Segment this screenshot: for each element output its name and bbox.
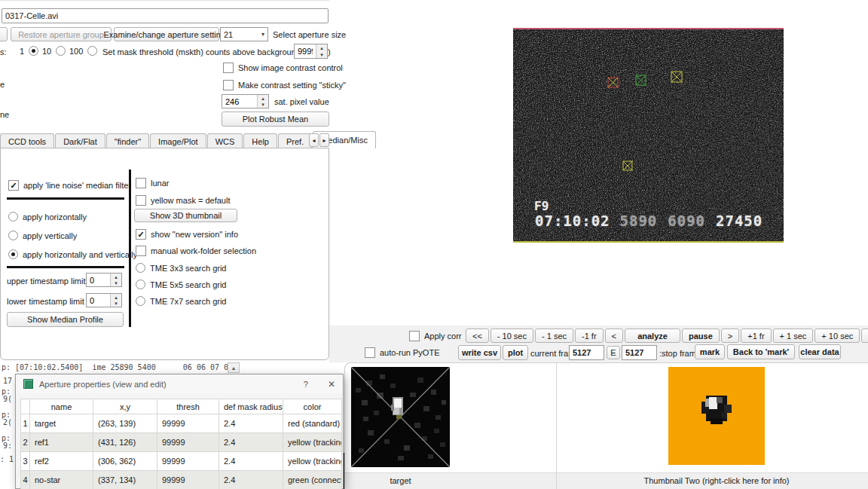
spin-down-icon[interactable]: ▾ [258,102,268,108]
cell-thresh[interactable]: 99999 [157,414,219,433]
cell-name[interactable]: no-star [30,471,93,489]
tab-dark-flat[interactable]: Dark/Flat [55,133,105,148]
col-radius[interactable]: def mask radius [219,399,283,414]
aperture-marker-green[interactable] [635,75,646,86]
cell-thresh[interactable]: 99999 [157,471,219,489]
col-color[interactable]: color [283,399,342,414]
cut-off-button[interactable] [0,27,8,41]
tme-3x3-radio[interactable]: TME 3x3 search grid [136,263,226,273]
new-version-info-checkbox[interactable]: ✓ show "new version" info [136,229,238,240]
spin-up-icon[interactable]: ▴ [316,44,327,51]
spin-buttons[interactable]: ▴▾ [110,274,121,286]
apply-corr-checkbox[interactable]: Apply corr [409,331,462,341]
filename-input[interactable] [2,8,329,23]
show-contrast-checkbox[interactable]: Show image contrast control [223,63,343,73]
apply-horizontally-radio[interactable]: apply horizontally [8,212,87,222]
minus-1-sec-button[interactable]: - 1 sec [535,329,573,343]
upper-timestamp-value[interactable] [87,274,110,286]
contrast-sticky-checkbox[interactable]: Make contrast setting "sticky" [223,80,346,90]
cell-radius[interactable]: 2.4 [219,452,283,471]
cell-xy[interactable]: (337, 134) [93,471,157,489]
spin-buttons[interactable]: ▴▾ [316,44,327,58]
tme-5x5-radio[interactable]: TME 5x5 search grid [136,280,226,289]
mask-radio-10[interactable]: 10 [42,46,66,56]
plot-robust-mean-button[interactable]: Plot Robust Mean [222,112,329,127]
pause-button[interactable]: pause [682,329,720,343]
apply-vertically-radio[interactable]: apply vertically [8,231,77,240]
tab-pref[interactable]: Pref. [278,133,312,148]
show-3d-thumbnail-button[interactable]: Show 3D thumbnail [134,209,237,222]
thumbnail-two-image[interactable] [668,367,765,465]
tab-scroll-right-icon[interactable]: ▸ [319,133,329,147]
table-row[interactable]: 2 ref1 (431, 126) 99999 2.4 yellow (trac… [21,433,342,452]
sat-pixel-spinbox[interactable]: ▴▾ [222,94,269,108]
lower-timestamp-value[interactable] [87,294,110,307]
mark-button[interactable]: mark [695,344,725,359]
cell-color[interactable]: green (connect t... [283,471,342,489]
col-thresh[interactable]: thresh [157,399,219,414]
aperture-size-combobox[interactable]: 21 ▾ [220,27,268,41]
mask-threshold-value[interactable] [295,44,316,58]
help-icon[interactable]: ? [304,380,308,389]
cell-name[interactable]: target [30,414,93,433]
mask-radio-100[interactable]: 100 [69,46,97,56]
cell-xy[interactable]: (263, 139) [93,414,157,433]
aperture-marker-red[interactable] [607,77,619,88]
mask-threshold-spinbox[interactable]: ▴▾ [294,44,328,59]
current-frame-input[interactable] [569,345,604,360]
cell-radius[interactable]: 2.4 [219,471,283,489]
spin-up-icon[interactable]: ▴ [111,294,121,301]
spin-down-icon[interactable]: ▾ [111,301,121,307]
spin-up-icon[interactable]: ▴ [111,274,121,280]
minus-1-frame-button[interactable]: -1 fr [575,329,604,343]
clear-data-button[interactable]: clear data [799,344,841,359]
step-back-button[interactable]: < [605,329,623,343]
spin-buttons[interactable]: ▴▾ [257,95,268,108]
cell-thresh[interactable]: 99999 [157,433,219,452]
tab-ccd-tools[interactable]: CCD tools [0,133,54,148]
cell-name[interactable]: ref1 [30,433,93,452]
analyze-button[interactable]: analyze [625,329,680,343]
spin-down-icon[interactable]: ▾ [111,280,121,287]
plus-1-sec-button[interactable]: + 1 sec [773,329,814,343]
video-frame-display[interactable]: F9 07:10:025890609027450 [513,28,784,243]
step-forward-button[interactable]: > [721,329,739,343]
cell-thresh[interactable]: 99999 [157,452,219,471]
examine-aperture-settings-button[interactable]: Examine/change aperture settings [114,27,219,41]
cell-xy[interactable]: (306, 362) [93,452,157,471]
tab-finder[interactable]: "finder" [106,133,149,148]
tab-image-plot[interactable]: Image/Plot [150,133,206,148]
e-button[interactable]: E [607,346,620,359]
jump-end-button[interactable]: >> [861,329,868,343]
cell-radius[interactable]: 2.4 [219,433,283,452]
upper-timestamp-spinbox[interactable]: ▴▾ [86,273,122,287]
aperture-marker-yellow-2[interactable] [622,160,633,171]
tab-scroll-left-icon[interactable]: ◂ [309,133,319,147]
col-name[interactable]: name [30,399,93,414]
plot-button[interactable]: plot [503,345,528,360]
cell-color[interactable]: yellow (tracking ... [283,433,342,452]
table-row[interactable]: 3 ref2 (306, 362) 99999 2.4 yellow (trac… [21,452,342,471]
col-xy[interactable]: x,y [93,399,157,414]
mask-radio-1[interactable]: 1 [20,46,38,56]
cell-color[interactable]: yellow (tracking ... [283,452,342,471]
tab-wcs[interactable]: WCS [207,133,243,148]
spin-down-icon[interactable]: ▾ [316,51,327,58]
stop-frame-input[interactable] [622,345,657,360]
work-folder-checkbox[interactable]: manual work-folder selection [136,246,256,256]
show-median-profile-button[interactable]: Show Median Profile [7,312,124,327]
cell-xy[interactable]: (431, 126) [93,433,157,452]
table-row[interactable]: 4 no-star (337, 134) 99999 2.4 green (co… [21,471,342,489]
apply-both-radio[interactable]: apply horizontally and vertically [8,249,137,259]
dialog-titlebar[interactable]: Aperture properties (view and edit) ? ✕ [16,374,343,393]
log-scroll-up-icon[interactable]: ▴ [228,362,240,373]
plus-10-sec-button[interactable]: + 10 sec [815,329,860,343]
cell-radius[interactable]: 2.4 [219,414,283,433]
aperture-marker-yellow-1[interactable] [671,71,683,83]
tab-help[interactable]: Help [243,133,277,148]
jump-start-button[interactable]: << [466,329,489,343]
thumbnail-one-image[interactable] [351,367,450,467]
table-row[interactable]: 1 target (263, 139) 99999 2.4 red (stand… [21,414,342,433]
plus-1-frame-button[interactable]: +1 fr [741,329,771,343]
restore-aperture-group-button[interactable]: Restore aperture group [11,27,112,41]
